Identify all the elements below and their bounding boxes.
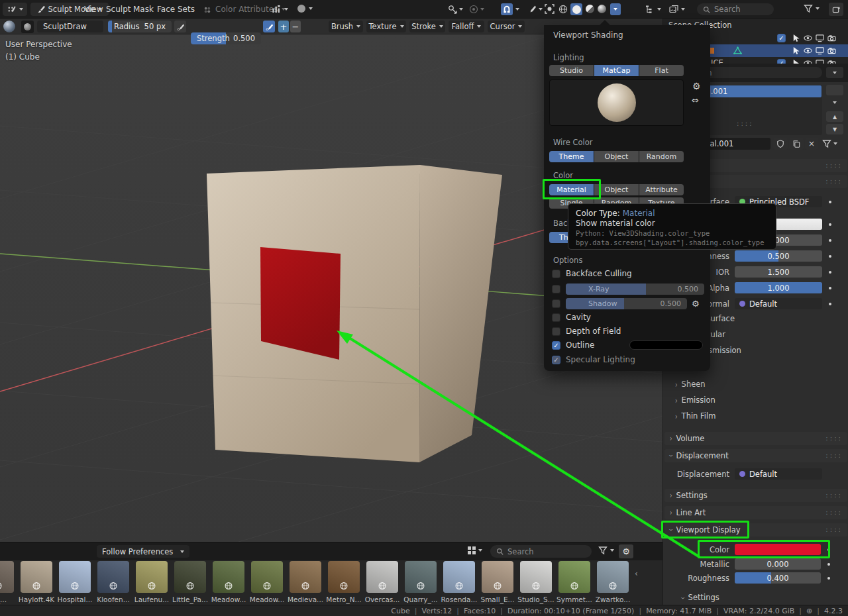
checkbox[interactable]: [552, 285, 560, 293]
checkbox[interactable]: [552, 270, 560, 278]
menu-sculpt[interactable]: Sculpt: [106, 0, 131, 19]
brush-settings-toggle[interactable]: [297, 5, 313, 13]
asset-item[interactable]: Medieva...: [290, 561, 321, 603]
asset-thumbnail[interactable]: [405, 561, 437, 593]
properties-filter-chevron[interactable]: [826, 67, 843, 78]
shading-material-preview-button[interactable]: [586, 5, 594, 13]
cursor-dropdown[interactable]: Cursor: [488, 21, 525, 32]
asset-thumbnail[interactable]: [174, 561, 206, 593]
viewport-roughness-slider[interactable]: 0.400: [735, 572, 821, 584]
matcap-settings-gear-icon[interactable]: ⚙: [692, 81, 701, 91]
outliner-display-mode-button[interactable]: [669, 5, 685, 14]
color-type-material[interactable]: Material: [549, 184, 594, 195]
option-backface-culling[interactable]: Backface Culling: [552, 268, 632, 280]
render-camera-icon[interactable]: [827, 46, 836, 55]
asset-item[interactable]: Symmet...: [558, 561, 590, 603]
wire-random[interactable]: Random: [639, 151, 684, 162]
editor-type-button[interactable]: [3, 3, 27, 16]
checkbox[interactable]: [552, 327, 560, 336]
asset-item[interactable]: Little_Pa...: [174, 561, 206, 603]
viewport-disable-icon[interactable]: [816, 59, 824, 64]
subsection-sheen[interactable]: ›Sheen: [670, 380, 706, 389]
asset-thumbnail[interactable]: [482, 561, 513, 593]
menu-mask[interactable]: Mask: [133, 0, 154, 19]
selectable-cursor-icon[interactable]: [792, 59, 800, 64]
collection-checkbox[interactable]: ✓: [777, 34, 786, 42]
selectable-cursor-icon[interactable]: [792, 34, 800, 42]
option-cavity[interactable]: Cavity: [552, 311, 591, 323]
render-camera-icon[interactable]: [827, 34, 836, 42]
shadow-slider[interactable]: Shadow 0.500: [566, 298, 687, 309]
viewport-color-swatch[interactable]: [735, 544, 821, 555]
normal-input-selector[interactable]: Default: [735, 298, 822, 309]
color-type-attribute[interactable]: Attribute: [639, 184, 684, 195]
cube-object[interactable]: [207, 165, 502, 462]
brush-dropdown[interactable]: Brush: [329, 21, 363, 32]
option-specular-lighting[interactable]: ✓ Specular Lighting: [552, 354, 635, 366]
wire-theme[interactable]: Theme: [549, 151, 594, 162]
subtract-direction-button[interactable]: −: [290, 21, 301, 32]
asset-item[interactable]: Kloofen...: [97, 561, 129, 603]
red-painted-face[interactable]: [260, 247, 341, 360]
asset-thumbnail[interactable]: [0, 561, 14, 593]
unlink-material-button[interactable]: ×: [805, 138, 818, 150]
slot-specials-button[interactable]: [826, 85, 843, 95]
shadow-settings-gear-icon[interactable]: ⚙: [692, 299, 700, 309]
asset-thumbnail[interactable]: [328, 561, 360, 593]
asset-item[interactable]: ar_...: [0, 561, 14, 603]
strength-pressure-button[interactable]: [263, 21, 275, 32]
lighting-flat[interactable]: Flat: [639, 65, 684, 76]
asset-thumbnail[interactable]: [21, 561, 52, 593]
new-collection-button[interactable]: [829, 3, 843, 16]
asset-thumbnail[interactable]: [366, 561, 398, 593]
slot-move-down-button[interactable]: ▼: [826, 124, 843, 134]
outliner-editor-type-button[interactable]: [645, 5, 661, 14]
brush-preview-icon[interactable]: [21, 21, 34, 33]
asset-item[interactable]: Small_E...: [482, 561, 513, 603]
subsection-emission[interactable]: ›Emission: [670, 395, 716, 405]
displacement-input-selector[interactable]: Default: [735, 468, 822, 480]
eye-visibility-icon[interactable]: [804, 59, 812, 64]
ior-field[interactable]: 1.500: [735, 266, 822, 278]
radius-pressure-button[interactable]: [174, 21, 186, 32]
selectable-cursor-icon[interactable]: [792, 46, 800, 55]
roughness-slider[interactable]: 0.500: [735, 250, 822, 262]
asset-item[interactable]: Meadow...: [213, 561, 244, 603]
outline-color-swatch[interactable]: [629, 340, 703, 350]
panel-viewport-display[interactable]: ›Viewport Display::::: [664, 523, 847, 537]
strength-slider[interactable]: Strength 0.500: [191, 32, 261, 44]
checkbox[interactable]: [552, 299, 560, 308]
asset-thumbnail[interactable]: [290, 561, 321, 593]
asset-thumbnail[interactable]: [213, 561, 244, 593]
slot-move-up-button[interactable]: ▲: [826, 111, 843, 122]
stroke-dropdown[interactable]: Stroke: [409, 21, 445, 32]
texture-dropdown[interactable]: Texture: [366, 21, 406, 32]
proportional-editing-dropdown[interactable]: [469, 5, 484, 14]
asset-item[interactable]: Quarry_...: [405, 561, 437, 603]
asset-item[interactable]: Meadow...: [251, 561, 283, 603]
viewport-disable-icon[interactable]: [816, 46, 824, 55]
shading-options-chevron-button[interactable]: [610, 3, 621, 15]
asset-thumbnail[interactable]: [520, 561, 552, 593]
menu-view[interactable]: View: [84, 0, 103, 19]
add-direction-button[interactable]: +: [278, 21, 289, 32]
checkbox-checked-disabled[interactable]: ✓: [552, 356, 560, 364]
pivot-point-dropdown[interactable]: [448, 5, 463, 14]
option-outline[interactable]: ✓ Outline: [552, 339, 594, 351]
falloff-dropdown[interactable]: Falloff: [449, 21, 484, 32]
outliner-filter-button[interactable]: [804, 4, 820, 13]
option-shadow[interactable]: Shadow 0.500 ⚙: [552, 297, 700, 309]
color-type-object[interactable]: Object: [594, 184, 639, 195]
asset-item[interactable]: Hayloft.4K: [21, 561, 52, 603]
resize-grip[interactable]: ::::: [736, 121, 753, 127]
xray-slider[interactable]: X-Ray 0.500: [566, 283, 704, 295]
render-camera-icon[interactable]: [827, 59, 836, 64]
asset-item[interactable]: Hospital...: [59, 561, 91, 603]
matcap-ball-icon[interactable]: [3, 21, 15, 32]
asset-item[interactable]: Laufenu...: [136, 561, 168, 603]
radius-slider[interactable]: Radius 50 px: [108, 21, 172, 32]
slot-specials-chevron[interactable]: [826, 98, 843, 107]
asset-item[interactable]: Metro_N...: [328, 561, 360, 603]
panel-displacement[interactable]: ›Displacement::::: [664, 449, 847, 462]
subsection-thin-film[interactable]: ›Thin Film: [670, 411, 716, 421]
